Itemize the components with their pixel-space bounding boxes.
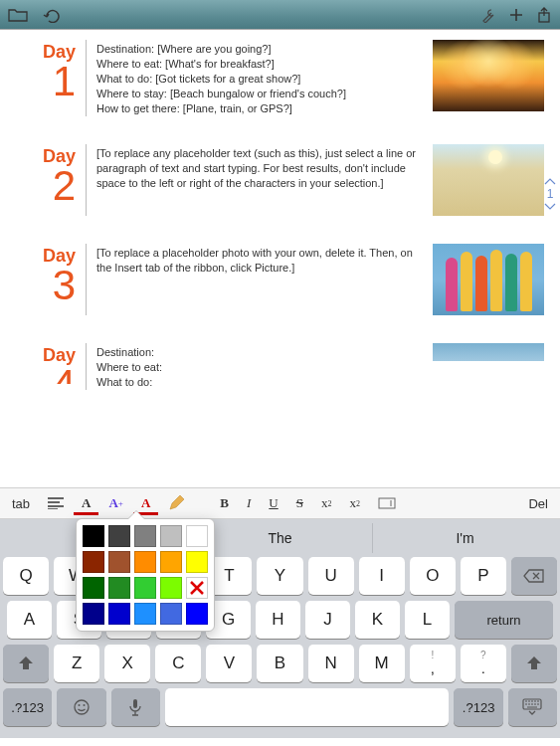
placeholder-image-concert[interactable]	[433, 40, 544, 111]
emoji-key[interactable]	[57, 688, 105, 726]
folder-icon[interactable]	[8, 7, 28, 23]
no-color-swatch[interactable]	[186, 577, 208, 599]
strikethrough-button[interactable]: S	[288, 491, 311, 515]
color-swatch[interactable]	[83, 525, 104, 547]
day-text[interactable]: Destination: [Where are you going?] Wher…	[96, 40, 423, 116]
page-indicator[interactable]: 1	[544, 177, 556, 211]
day-label: Day 3	[16, 244, 76, 315]
key-b[interactable]: B	[257, 645, 302, 682]
color-swatch[interactable]	[108, 603, 130, 625]
color-swatch[interactable]	[160, 551, 182, 573]
day-number: 1	[16, 63, 76, 100]
day-number: 4	[16, 366, 76, 384]
color-swatch[interactable]	[83, 577, 104, 599]
space-key[interactable]	[165, 688, 450, 726]
chevron-up-icon[interactable]	[544, 177, 556, 185]
svg-point-5	[83, 704, 85, 706]
key-punct[interactable]: ?.	[461, 645, 506, 682]
color-swatch[interactable]	[186, 603, 208, 625]
color-swatch[interactable]	[160, 525, 182, 547]
font-size-button[interactable]: A+	[100, 491, 130, 515]
formatting-toolbar: tab A A+ A B I U S x2 x2 Del	[0, 487, 560, 519]
numbers-key[interactable]: .?123	[454, 688, 502, 726]
svg-point-3	[75, 700, 89, 714]
color-swatch[interactable]	[186, 551, 208, 573]
color-swatch[interactable]	[108, 577, 130, 599]
day-text[interactable]: Destination: Where to eat: What to do:	[96, 343, 423, 390]
key-punct[interactable]: !,	[410, 645, 456, 682]
pencil-icon[interactable]	[160, 491, 192, 515]
return-key[interactable]: return	[455, 601, 553, 639]
key-o[interactable]: O	[410, 557, 456, 595]
color-swatch[interactable]	[134, 577, 156, 599]
key-i[interactable]: I	[359, 557, 405, 595]
key-h[interactable]: H	[256, 601, 300, 639]
placeholder-image[interactable]	[433, 343, 544, 361]
document-canvas[interactable]: Day 1 Destination: [Where are you going?…	[0, 30, 560, 487]
numbers-key[interactable]: .?123	[3, 688, 52, 726]
divider	[86, 144, 87, 216]
divider	[86, 343, 87, 390]
undo-icon[interactable]	[42, 7, 62, 23]
placeholder-image-surfboards[interactable]	[433, 244, 544, 315]
color-swatch[interactable]	[108, 525, 130, 547]
color-swatch[interactable]	[134, 551, 156, 573]
delete-button[interactable]: Del	[520, 492, 556, 515]
shift-key[interactable]	[3, 645, 49, 682]
day-number: 2	[16, 167, 76, 205]
share-icon[interactable]	[536, 7, 552, 23]
color-swatch[interactable]	[83, 603, 104, 625]
textbox-icon[interactable]	[370, 493, 404, 513]
key-p[interactable]: P	[461, 557, 506, 595]
italic-button[interactable]: I	[239, 491, 259, 515]
key-l[interactable]: L	[405, 601, 450, 639]
key-m[interactable]: M	[359, 645, 405, 682]
day-text[interactable]: [To replace any placeholder text (such a…	[96, 144, 423, 216]
font-color-button[interactable]: A	[74, 491, 98, 515]
color-swatch[interactable]	[83, 551, 104, 573]
key-n[interactable]: N	[308, 645, 354, 682]
day-text[interactable]: [To replace a placeholder photo with you…	[96, 244, 423, 315]
app-toolbar	[0, 0, 560, 30]
key-c[interactable]: C	[155, 645, 201, 682]
superscript-button[interactable]: x2	[341, 491, 368, 515]
key-v[interactable]: V	[206, 645, 252, 682]
key-z[interactable]: Z	[54, 645, 99, 682]
suggestion[interactable]: I'm	[373, 523, 557, 553]
key-a[interactable]: A	[7, 601, 52, 639]
key-u[interactable]: U	[308, 557, 354, 595]
color-swatch[interactable]	[160, 603, 182, 625]
mic-key[interactable]	[111, 688, 160, 726]
key-j[interactable]: J	[305, 601, 350, 639]
day-block: Day 3 [To replace a placeholder photo wi…	[16, 244, 544, 315]
color-swatch[interactable]	[186, 525, 208, 547]
chevron-down-icon[interactable]	[544, 203, 556, 211]
shift-key[interactable]	[511, 645, 557, 682]
tab-button[interactable]: tab	[4, 492, 38, 515]
day-label: Day 2	[16, 144, 76, 216]
bold-button[interactable]: B	[212, 491, 237, 515]
day-block: Day 2 [To replace any placeholder text (…	[16, 144, 544, 216]
backspace-key[interactable]	[511, 557, 557, 595]
divider	[86, 244, 87, 315]
svg-point-4	[78, 704, 80, 706]
color-swatch[interactable]	[134, 603, 156, 625]
svg-rect-6	[133, 699, 137, 708]
color-swatch[interactable]	[160, 577, 182, 599]
color-swatch[interactable]	[134, 525, 156, 547]
key-y[interactable]: Y	[257, 557, 302, 595]
key-q[interactable]: Q	[3, 557, 49, 595]
add-icon[interactable]	[508, 7, 524, 23]
wrench-icon[interactable]	[478, 7, 496, 23]
day-block: Day 4 Destination: Where to eat: What to…	[16, 343, 544, 390]
dismiss-keyboard-key[interactable]	[508, 688, 557, 726]
key-x[interactable]: X	[104, 645, 150, 682]
svg-rect-1	[379, 498, 395, 508]
subscript-button[interactable]: x2	[313, 491, 340, 515]
suggestion[interactable]: The	[188, 523, 373, 553]
placeholder-image-beach[interactable]	[433, 144, 544, 216]
key-k[interactable]: K	[355, 601, 400, 639]
color-swatch[interactable]	[108, 551, 130, 573]
underline-button[interactable]: U	[261, 491, 285, 515]
align-icon[interactable]	[40, 493, 72, 513]
